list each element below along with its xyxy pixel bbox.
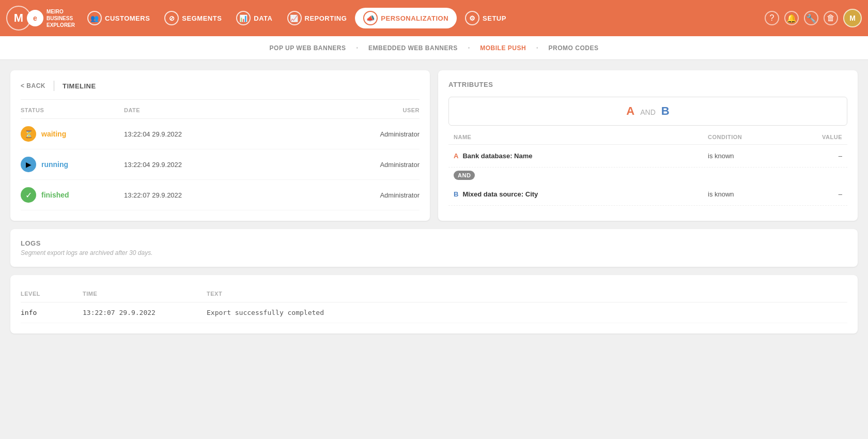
sub-nav-mobile-push[interactable]: MOBILE PUSH [480,44,526,52]
dot-3: • [536,45,538,51]
sub-nav-embedded[interactable]: EMBEDDED WEB BANNERS [368,44,458,52]
finished-date: 13:22:07 29.9.2022 [124,191,269,199]
logo-text: MEIRO BUSINESS EXPLORER [47,8,75,28]
segments-icon: ⊘ [164,11,179,25]
attr-row-b: B Mixed data source: City is known – [448,183,847,206]
data-icon: 📊 [236,11,251,25]
and-separator: AND [448,168,847,183]
nav-item-reporting[interactable]: 📈 REPORTING [281,8,353,28]
status-table: STATUS DATE USER ⏳ waiting 13:22:04 29.9… [21,102,420,210]
nav-item-segments[interactable]: ⊘ SEGMENTS [158,8,228,28]
table-row: ⏳ waiting 13:22:04 29.9.2022 Administrat… [21,119,420,149]
formula-and: AND [640,108,656,116]
log-time: 13:22:07 29.9.2022 [83,309,207,316]
status-running-cell: ▶ running [21,157,124,172]
col-user-header: USER [269,107,420,113]
status-waiting-cell: ⏳ waiting [21,126,124,142]
nav-item-setup[interactable]: ⚙ SETUP [459,8,513,28]
and-badge: AND [454,171,475,180]
attributes-card: ATTRIBUTES A AND B NAME CONDITION VALUE … [438,70,858,221]
nav-item-customers[interactable]: 👥 CUSTOMERS [81,8,156,28]
logo-avatar: e [27,10,43,26]
running-icon: ▶ [21,157,36,172]
dot-2: • [468,45,470,51]
attr-name-cell-a: A Bank database: Name [454,152,708,160]
waiting-icon: ⏳ [21,126,36,142]
logo-area: M e MEIRO BUSINESS EXPLORER [6,6,75,31]
formula-a: A [626,104,634,117]
dot-1: • [357,45,359,51]
col-status-header: STATUS [21,107,124,113]
waiting-date: 13:22:04 29.9.2022 [124,130,269,138]
top-nav: M e MEIRO BUSINESS EXPLORER 👥 CUSTOMERS … [0,0,868,36]
attr-condition-a: is known [708,152,801,160]
timeline-card-header: < BACK TIMELINE [21,81,420,100]
help-icon[interactable]: ? [765,11,779,25]
nav-item-data[interactable]: 📊 DATA [230,8,278,28]
tools-icon[interactable]: 🔧 [804,11,818,25]
attr-letter-a: A [454,152,458,160]
attributes-title: ATTRIBUTES [448,81,847,97]
sub-nav-popup[interactable]: POP UP WEB BANNERS [270,44,346,52]
status-finished-cell: ✓ finished [21,187,124,203]
header-divider [54,81,54,91]
logs-card: LOGS Segment export logs are archived af… [10,229,858,267]
running-date: 13:22:04 29.9.2022 [124,161,269,169]
log-level: info [21,309,83,316]
user-avatar[interactable]: M [843,9,862,27]
log-text: Export successfully completed [207,309,847,316]
attr-col-name: NAME [454,134,708,140]
customers-icon: 👥 [87,11,102,25]
attr-row-a: A Bank database: Name is known – [448,145,847,168]
attr-name-b: Mixed data source: City [462,190,538,198]
logs-title: LOGS [21,239,847,247]
finished-user: Administrator [269,191,420,199]
attr-table-header: NAME CONDITION VALUE [448,130,847,145]
nav-item-personalization[interactable]: 📣 PERSONALIZATION [355,8,457,28]
finished-label: finished [41,191,69,199]
col-date-header: DATE [124,107,269,113]
logs-table-header: LEVEL TIME TEXT [21,285,847,302]
personalization-icon: 📣 [363,11,378,25]
attr-name-a: Bank database: Name [462,152,532,160]
attr-name-cell-b: B Mixed data source: City [454,190,708,198]
table-row: ▶ running 13:22:04 29.9.2022 Administrat… [21,149,420,180]
formula-box: A AND B [448,97,847,126]
running-label: running [41,160,68,169]
status-table-header: STATUS DATE USER [21,102,420,119]
formula-b: B [661,104,670,117]
reporting-icon: 📈 [287,11,302,25]
attr-col-value: VALUE [801,134,842,140]
waiting-label: waiting [41,130,66,138]
nav-right: ? 🔔 🔧 🗑 M [765,9,862,27]
notifications-icon[interactable]: 🔔 [784,11,799,25]
sub-nav-promo[interactable]: PROMO CODES [549,44,599,52]
attr-condition-b: is known [708,190,801,198]
logs-col-text: TEXT [207,291,847,297]
timeline-title: TIMELINE [63,82,96,90]
attr-letter-b: B [454,190,458,198]
waiting-user: Administrator [269,130,420,138]
table-row: ✓ finished 13:22:07 29.9.2022 Administra… [21,180,420,210]
back-button[interactable]: < BACK [21,82,45,89]
trash-icon[interactable]: 🗑 [824,11,838,25]
attr-col-condition: CONDITION [708,134,801,140]
table-row: info 13:22:07 29.9.2022 Export successfu… [21,302,847,323]
setup-icon: ⚙ [465,11,479,25]
logs-col-level: LEVEL [21,291,83,297]
main-content: < BACK TIMELINE STATUS DATE USER ⏳ waiti… [0,60,868,344]
logs-subtitle: Segment export logs are archived after 3… [21,249,847,256]
logs-col-time: TIME [83,291,207,297]
attr-value-a: – [801,152,842,160]
attr-value-b: – [801,190,842,198]
running-user: Administrator [269,161,420,169]
logs-table-card: LEVEL TIME TEXT info 13:22:07 29.9.2022 … [10,275,858,334]
finished-icon: ✓ [21,187,36,203]
timeline-card: < BACK TIMELINE STATUS DATE USER ⏳ waiti… [10,70,430,221]
sub-nav: POP UP WEB BANNERS • EMBEDDED WEB BANNER… [0,36,868,60]
